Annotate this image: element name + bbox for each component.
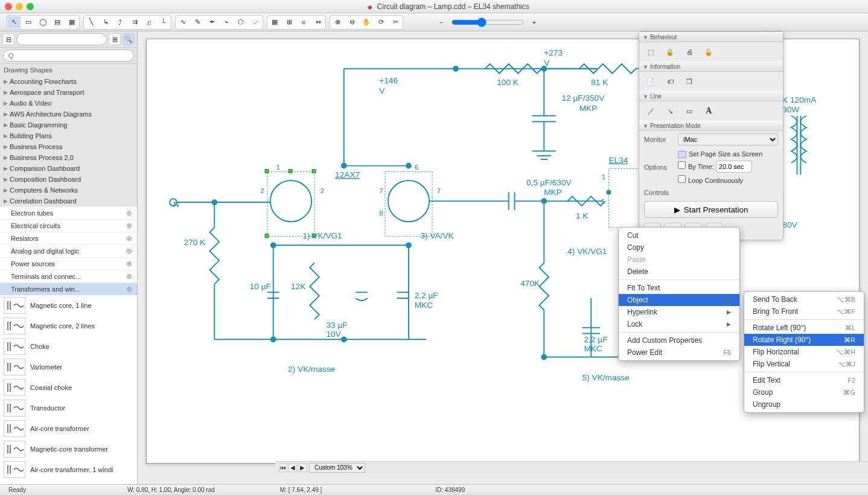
line-section[interactable]: ▼Line (639, 91, 783, 101)
shape-item[interactable]: Coaxial choke (0, 377, 137, 398)
stencil-item[interactable]: Terminals and connec...⊗ (0, 270, 137, 283)
menu-item[interactable]: Hyperlink (619, 306, 739, 318)
shape-item[interactable]: Magnetic-core transformer (0, 439, 137, 459)
zoom-slider[interactable] (452, 18, 524, 27)
measure-tool[interactable]: ✂ (389, 16, 402, 28)
information-section[interactable]: ▼Information (639, 62, 783, 72)
category-item[interactable]: ▶Basic Diagramming (0, 120, 137, 130)
shape-item[interactable]: Magnetic core, 1 line (0, 295, 137, 316)
zoom-in-icon[interactable]: ⊕ (331, 16, 344, 28)
pen-tool[interactable]: ✒ (205, 16, 219, 28)
bezier-tool[interactable]: ⌁ (220, 16, 233, 28)
menu-item[interactable]: Cut (619, 229, 739, 241)
shape-search-input[interactable] (3, 50, 134, 62)
submenu-item[interactable]: Rotate Left (90°)⌘L (744, 322, 864, 334)
rect-tool[interactable]: ▭ (22, 16, 35, 28)
menu-item[interactable]: Fit To Text (619, 282, 739, 294)
stencil-item[interactable]: Transformers and win...⊗ (0, 283, 137, 295)
category-item[interactable]: ▶Comparison Dashboard (0, 163, 137, 174)
text-style-icon[interactable]: A (702, 105, 715, 117)
select-bounds-icon[interactable]: ⬚ (644, 46, 657, 58)
page-first[interactable]: ⏮ (279, 464, 287, 472)
behaviour-section[interactable]: ▼Behaviour (639, 32, 783, 42)
conn-tool[interactable]: ↳ (99, 16, 112, 28)
shape-item[interactable]: Choke (0, 336, 137, 357)
submenu-item[interactable]: Flip Vertical⌥⌘J (744, 358, 864, 370)
stencil-item[interactable]: Resistors⊗ (0, 232, 137, 244)
stencil-item[interactable]: Electrical circuits⊗ (0, 219, 137, 232)
page-next[interactable]: ▶ (298, 464, 307, 472)
zoom-minus[interactable]: − (435, 16, 448, 28)
by-time-value[interactable] (716, 161, 752, 173)
lock-icon[interactable]: 🔒 (663, 46, 677, 58)
ellipse-tool[interactable]: ◯ (36, 16, 49, 28)
library-search-toggle[interactable]: 🔍 (123, 33, 135, 45)
close-icon[interactable]: ⊗ (126, 285, 132, 293)
shape-item[interactable]: Air-core transformer, 1 windi (0, 459, 137, 480)
minimize-icon[interactable] (16, 3, 23, 10)
zoom-icon[interactable] (27, 3, 34, 10)
close-icon[interactable]: ⊗ (126, 260, 132, 268)
line-style-icon[interactable]: ／ (644, 105, 657, 117)
menu-item[interactable]: Lock (619, 318, 739, 330)
close-icon[interactable] (5, 3, 12, 10)
library-search[interactable] (16, 33, 107, 45)
rotate-tool[interactable]: ⟳ (374, 16, 388, 28)
library-tree-toggle[interactable]: ⊟ (2, 33, 14, 45)
tag-icon[interactable]: 🏷 (663, 75, 677, 88)
text-tool[interactable]: ▤ (51, 16, 64, 28)
submenu-item[interactable]: Flip Horizontal⌥⌘H (744, 346, 864, 358)
align-tool[interactable]: ≡ (297, 16, 310, 28)
zoom-select[interactable]: Custom 103% (309, 463, 365, 473)
image-tool[interactable]: ▦ (65, 16, 78, 28)
poly-tool[interactable]: ⬠ (234, 16, 247, 28)
category-item[interactable]: ▶AWS Architecture Diagrams (0, 109, 137, 120)
free-tool[interactable]: ✎ (191, 16, 204, 28)
start-presentation-button[interactable]: ▶Start Presentation (644, 201, 778, 218)
category-item[interactable]: ▶Audio & Video (0, 98, 137, 109)
category-item[interactable]: ▶Business Process 2,0 (0, 152, 137, 163)
category-item[interactable]: ▶Aerospace and Transport (0, 87, 137, 98)
close-icon[interactable]: ⊗ (126, 247, 132, 255)
route-tool[interactable]: ⎌ (142, 16, 156, 28)
opt-pagesize[interactable]: Set Page Size as Screen (689, 150, 762, 158)
menu-item[interactable]: Power EditF6 (619, 346, 739, 359)
close-icon[interactable]: ⊗ (126, 209, 132, 217)
line-fill-icon[interactable]: ▭ (683, 105, 696, 117)
grid-tool[interactable]: ▦ (268, 16, 281, 28)
page-prev[interactable]: ◀ (289, 464, 297, 472)
curve-tool[interactable]: ∿ (176, 16, 190, 28)
close-icon[interactable]: ⊗ (126, 222, 132, 230)
by-time-checkbox[interactable] (678, 161, 686, 169)
submenu-item[interactable]: Ungroup (744, 398, 864, 410)
print-icon[interactable]: 🖨 (683, 46, 696, 58)
menu-item[interactable]: Object (619, 294, 739, 306)
shape-item[interactable]: Variometer (0, 357, 137, 377)
library-grid-toggle[interactable]: ⊞ (109, 33, 121, 45)
line-end-icon[interactable]: ↘ (663, 105, 677, 117)
category-item[interactable]: ▶Business Process (0, 141, 137, 152)
menu-item[interactable]: Add Custom Properties (619, 334, 739, 346)
arc-tool[interactable]: ⤴ (113, 16, 127, 28)
hand-tool[interactable]: ✋ (360, 16, 373, 28)
category-item[interactable]: ▶Correlation Dashboard (0, 196, 137, 206)
unlock-icon[interactable]: 🔓 (702, 46, 715, 58)
pointer-tool[interactable]: ↖ (7, 16, 21, 28)
snap-tool[interactable]: ⊞ (282, 16, 296, 28)
layers-icon[interactable]: ❐ (683, 75, 696, 88)
zoom-out-icon[interactable]: ⊖ (345, 16, 359, 28)
multi-tool[interactable]: ⇉ (128, 16, 141, 28)
menu-item[interactable]: Delete (619, 266, 739, 278)
close-icon[interactable]: ⊗ (126, 234, 132, 243)
orth-tool[interactable]: └ (157, 16, 170, 28)
category-item[interactable]: ▶Computers & Networks (0, 185, 137, 196)
shape-item[interactable]: Air-core transformer (0, 418, 137, 439)
presentation-section[interactable]: ▼Presentation Mode (639, 121, 783, 131)
stencil-item[interactable]: Power sources⊗ (0, 257, 137, 270)
zoom-plus[interactable]: + (528, 16, 541, 28)
monitor-select[interactable]: iMac (678, 133, 778, 145)
shape-item[interactable]: Transductor (0, 398, 137, 418)
shape-item[interactable]: Magnetic core, 2 lines (0, 316, 137, 336)
submenu-item[interactable]: Bring To Front⌥⌘F (744, 305, 864, 318)
close-icon[interactable]: ⊗ (126, 272, 132, 281)
